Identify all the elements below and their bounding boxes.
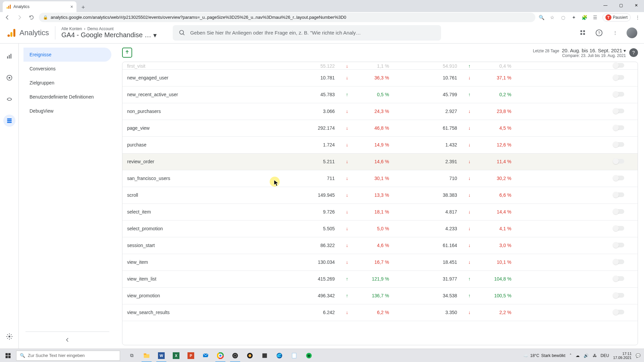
tray-onedrive-icon[interactable]: ☁ bbox=[576, 353, 580, 358]
close-tab-icon[interactable]: × bbox=[70, 4, 73, 9]
user-avatar[interactable] bbox=[627, 27, 637, 38]
ga-logo[interactable]: Analytics bbox=[7, 28, 49, 38]
taskbar-app-spotify[interactable] bbox=[302, 349, 316, 362]
conversion-toggle[interactable] bbox=[613, 63, 624, 68]
date-range-picker[interactable]: Letzte 28 Tage 20. Aug. bis 16. Sept. 20… bbox=[533, 48, 638, 58]
ga-search-input[interactable]: Geben Sie hier Ihr Anliegen oder Ihre Fr… bbox=[173, 25, 441, 41]
taskbar-app-generic[interactable] bbox=[243, 349, 257, 362]
tray-notifications-icon[interactable]: 💬 bbox=[636, 353, 641, 358]
rail-reports-icon[interactable] bbox=[3, 50, 15, 62]
table-row[interactable]: page_view292.174↓46,8 %61.758↓4,5 % bbox=[122, 120, 638, 136]
extensions-menu-icon[interactable]: 🧩 bbox=[581, 14, 588, 21]
extension-icon[interactable]: ✦ bbox=[570, 14, 578, 21]
taskbar-app-obs[interactable] bbox=[228, 349, 242, 362]
taskbar-app-powerpoint[interactable]: P bbox=[184, 349, 198, 362]
sidebar-item-events[interactable]: Ereignisse bbox=[23, 48, 111, 62]
collapse-sidebar-button[interactable] bbox=[61, 334, 73, 346]
sidebar-item-debugview[interactable]: DebugView bbox=[23, 104, 111, 118]
taskbar-app-notepad[interactable] bbox=[287, 349, 301, 362]
table-row[interactable]: view_search_results6.242↓6,2 %3.350↓2,2 … bbox=[122, 304, 638, 321]
table-row[interactable]: session_start86.322↓4,6 %61.164↓3,0 % bbox=[122, 237, 638, 254]
trend-arrow-icon: ↑ bbox=[462, 287, 477, 304]
conversion-toggle[interactable] bbox=[613, 209, 624, 214]
table-row[interactable]: view_item130.034↓16,7 %18.451↓10,1 % bbox=[122, 254, 638, 270]
close-window-button[interactable]: ✕ bbox=[629, 0, 644, 11]
taskbar-app-word[interactable]: W bbox=[154, 349, 168, 362]
conversion-toggle[interactable] bbox=[613, 92, 624, 97]
table-row[interactable]: view_promotion496.342↑136,7 %34.538↑100,… bbox=[122, 287, 638, 304]
table-row[interactable]: view_item_list415.269↑121,9 %31.977↑104,… bbox=[122, 270, 638, 287]
conversion-toggle[interactable] bbox=[613, 142, 624, 147]
rail-advertising-icon[interactable] bbox=[3, 93, 15, 105]
taskbar-weather[interactable]: ☁️ 18°C Stark bewölkt bbox=[523, 353, 566, 358]
table-row[interactable]: new_recent_active_user45.783↑0,5 %45.799… bbox=[122, 86, 638, 103]
search-in-page-icon[interactable]: 🔍 bbox=[538, 14, 545, 21]
taskbar-app-generic[interactable] bbox=[258, 349, 272, 362]
kebab-menu-icon[interactable]: ⋮ bbox=[634, 14, 641, 21]
back-button[interactable] bbox=[3, 13, 12, 22]
event-users: 34.538 bbox=[394, 287, 462, 304]
conversion-toggle[interactable] bbox=[613, 310, 624, 314]
kebab-menu-icon[interactable]: ⋮ bbox=[610, 28, 620, 38]
svg-rect-5 bbox=[13, 29, 15, 37]
table-row[interactable]: purchase1.724↓14,9 %1.432↓12,6 % bbox=[122, 136, 638, 153]
taskbar-app-edge[interactable] bbox=[272, 349, 286, 362]
rail-admin-gear-icon[interactable] bbox=[3, 330, 15, 343]
taskbar-app-excel[interactable]: X bbox=[169, 349, 183, 362]
table-row[interactable]: non_purchasers3.066↓24,3 %2.927↓23,8 % bbox=[122, 103, 638, 120]
tray-chevron-up-icon[interactable]: ˄ bbox=[570, 353, 572, 358]
conversion-toggle[interactable] bbox=[613, 276, 624, 281]
profile-chip[interactable]: T Pausiert bbox=[602, 13, 631, 21]
apps-grid-icon[interactable] bbox=[578, 28, 588, 38]
taskbar-clock[interactable]: 17:11 17.09.2021 bbox=[613, 352, 632, 360]
table-row[interactable]: new_engaged_user10.781↓36,3 %10.761↓37,1… bbox=[122, 69, 638, 86]
taskbar-app-mail[interactable]: 22 bbox=[199, 349, 213, 362]
conversion-toggle[interactable] bbox=[613, 293, 624, 298]
conversion-toggle[interactable] bbox=[613, 243, 624, 247]
conversion-toggle[interactable] bbox=[613, 259, 624, 264]
help-icon[interactable]: ? bbox=[594, 28, 604, 38]
conversion-toggle[interactable] bbox=[613, 159, 624, 164]
insights-icon[interactable] bbox=[122, 48, 132, 58]
table-row[interactable]: select_promotion5.505↓5,0 %4.233↓4,1 % bbox=[122, 220, 638, 237]
task-view-icon[interactable]: ⧉ bbox=[125, 349, 139, 362]
browser-tab[interactable]: Analytics × bbox=[3, 1, 76, 12]
conversion-toggle[interactable] bbox=[613, 75, 624, 80]
tray-network-icon[interactable]: 🖧 bbox=[593, 353, 597, 358]
tray-language[interactable]: DEU bbox=[601, 353, 609, 358]
taskbar-app-explorer[interactable] bbox=[140, 349, 154, 362]
table-row[interactable]: review_order5.211↓14,6 %2.391↓11,4 % bbox=[122, 153, 638, 170]
new-tab-button[interactable]: + bbox=[78, 3, 88, 12]
table-row[interactable]: select_item9.726↓18,1 %4.817↓14,4 % bbox=[122, 203, 638, 220]
table-row[interactable]: first_visit55.122↓1,1 %54.910↑0,4 % bbox=[122, 62, 638, 69]
conversion-toggle[interactable] bbox=[613, 176, 624, 180]
table-row[interactable]: san_francisco_users711↓30,1 %710↓30,2 % bbox=[122, 170, 638, 187]
reading-list-icon[interactable]: ☰ bbox=[592, 14, 599, 21]
address-bar[interactable]: 🔒 analytics.google.com/analytics/web/#/p… bbox=[39, 13, 535, 22]
forward-button[interactable] bbox=[15, 13, 24, 22]
rail-configure-icon[interactable] bbox=[3, 115, 15, 127]
conversion-toggle[interactable] bbox=[613, 109, 624, 113]
tray-volume-icon[interactable]: 🔊 bbox=[584, 353, 589, 358]
bookmark-icon[interactable]: ☆ bbox=[549, 14, 556, 21]
conversion-toggle[interactable] bbox=[613, 226, 624, 231]
taskbar-app-chrome[interactable] bbox=[213, 349, 227, 362]
maximize-button[interactable]: ▢ bbox=[613, 0, 629, 11]
sidebar-item-audiences[interactable]: Zielgruppen bbox=[23, 76, 111, 90]
conversion-toggle[interactable] bbox=[613, 192, 624, 197]
rail-explore-icon[interactable] bbox=[3, 72, 15, 84]
start-button[interactable] bbox=[0, 349, 16, 362]
minimize-button[interactable]: — bbox=[598, 0, 613, 11]
reload-button[interactable] bbox=[27, 13, 36, 22]
event-users-change-pct: 14,4 % bbox=[477, 203, 516, 220]
event-name: session_start bbox=[122, 237, 287, 254]
help-icon[interactable]: ? bbox=[629, 48, 638, 57]
taskbar-search[interactable]: 🔍 Zur Suche Text hier eingeben bbox=[16, 351, 120, 361]
conversion-toggle[interactable] bbox=[613, 125, 624, 130]
event-name: non_purchasers bbox=[122, 103, 287, 120]
extension-icon[interactable]: ◌ bbox=[559, 14, 567, 21]
account-switcher[interactable]: Alle Konten › Demo Account GA4 - Google … bbox=[61, 26, 157, 39]
sidebar-item-conversions[interactable]: Conversions bbox=[23, 62, 111, 76]
table-row[interactable]: scroll149.945↓13,3 %38.383↓6,6 % bbox=[122, 187, 638, 203]
sidebar-item-custom-definitions[interactable]: Benutzerdefinierte Definitionen bbox=[23, 90, 111, 104]
